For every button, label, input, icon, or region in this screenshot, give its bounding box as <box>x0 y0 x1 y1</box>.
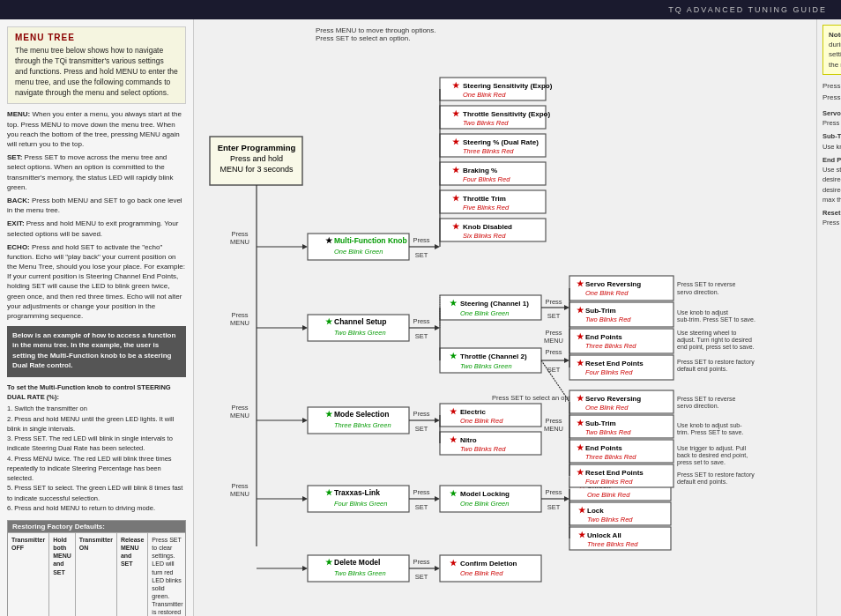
svg-text:Four Blinks Red: Four Blinks Red <box>585 368 633 376</box>
menu-tree-intro: The menu tree below shows how to navigat… <box>15 46 178 98</box>
top-note-left-2: Press SET to select an option. <box>316 34 436 42</box>
menu-def-echo: ECHO: Press and hold SET to activate the… <box>7 242 186 322</box>
restore-cell-on: Transmitter ON <box>76 533 117 616</box>
step-6: 6. Press and hold MENU to return to driv… <box>7 503 186 513</box>
svg-text:Four Blinks Red: Four Blinks Red <box>585 478 633 486</box>
restore-section: Restoring Factory Defaults: Transmitter … <box>7 520 186 616</box>
svg-text:servo direction.: servo direction. <box>677 289 719 295</box>
svg-text:SET: SET <box>415 332 428 340</box>
svg-text:Press: Press <box>545 329 562 337</box>
svg-text:One Blink Red: One Blink Red <box>585 289 629 297</box>
svg-text:★: ★ <box>577 419 584 427</box>
svg-text:One Blink Red: One Blink Red <box>463 91 506 99</box>
svg-text:★: ★ <box>452 81 460 90</box>
menu-def-exit: EXIT: Press and hold MENU to exit progra… <box>7 219 186 238</box>
svg-text:★: ★ <box>577 394 584 403</box>
diagram-svg: Enter Programming Press and hold MENU fo… <box>201 44 809 608</box>
step-3: 3. Press SET. The red LED will blink in … <box>7 434 186 454</box>
svg-text:Steering % (Dual Rate): Steering % (Dual Rate) <box>463 138 539 146</box>
svg-text:One Blink Green: One Blink Green <box>334 248 383 256</box>
svg-text:★: ★ <box>450 435 458 444</box>
svg-text:MENU: MENU <box>230 412 249 419</box>
svg-text:Press: Press <box>231 311 248 319</box>
svg-text:adjust. Turn right to desired: adjust. Turn right to desired <box>677 337 752 344</box>
svg-text:Five Blinks Red: Five Blinks Red <box>463 204 510 212</box>
svg-marker-105 <box>302 418 308 423</box>
svg-marker-166 <box>435 566 440 571</box>
steps-title: To set the Multi-Function knob to contro… <box>7 382 186 403</box>
svg-text:Delete Model: Delete Model <box>334 558 380 567</box>
svg-text:Sub-Trim: Sub-Trim <box>585 307 616 315</box>
svg-text:★: ★ <box>452 166 460 174</box>
svg-text:Steering Sensitivity (Expo): Steering Sensitivity (Expo) <box>463 82 553 90</box>
step-2: 2. Press and hold MENU until the green L… <box>7 414 186 434</box>
svg-text:Braking %: Braking % <box>463 167 497 174</box>
svg-text:★: ★ <box>450 407 458 416</box>
diagram-panel: Press MENU to move through options. Pres… <box>194 19 816 616</box>
svg-text:Two Blinks Green: Two Blinks Green <box>334 569 386 577</box>
svg-text:★: ★ <box>450 352 458 360</box>
svg-text:Two Blinks Red: Two Blinks Red <box>460 445 506 453</box>
svg-marker-143 <box>564 496 569 501</box>
svg-text:One Blink Red: One Blink Red <box>460 569 503 577</box>
svg-text:Reset End Points: Reset End Points <box>585 469 644 477</box>
svg-text:★: ★ <box>450 489 458 498</box>
menu-def-menu: MENU: When you enter a menu, you always … <box>7 109 186 149</box>
svg-text:Nitro: Nitro <box>460 436 477 444</box>
svg-text:Press: Press <box>545 417 562 425</box>
svg-text:Press: Press <box>231 404 248 412</box>
svg-text:Confirm Deletion: Confirm Deletion <box>460 560 517 568</box>
svg-text:Press SET to reverse: Press SET to reverse <box>677 281 736 287</box>
top-note-left-1: Press MENU to move through options. <box>316 26 436 34</box>
svg-marker-73 <box>564 358 569 363</box>
svg-text:Servo Reversing: Servo Reversing <box>585 395 641 403</box>
step-1: 1. Switch the transmitter on <box>7 404 186 413</box>
svg-text:★: ★ <box>450 299 458 308</box>
svg-text:SET: SET <box>415 425 428 433</box>
svg-text:★: ★ <box>577 468 584 477</box>
svg-text:Use knob to adjust sub-: Use knob to adjust sub- <box>677 422 742 429</box>
svg-text:Lock: Lock <box>587 507 604 515</box>
svg-text:Three Blinks Red: Three Blinks Red <box>585 453 636 461</box>
svg-text:Steering (Channel 1): Steering (Channel 1) <box>460 300 529 308</box>
svg-text:Throttle (Channel 2): Throttle (Channel 2) <box>460 353 527 360</box>
svg-text:MENU: MENU <box>544 337 563 345</box>
note-box: Note: Note: The transmitter is "live" du… <box>822 25 841 75</box>
svg-text:Two Blinks Red: Two Blinks Red <box>585 428 631 436</box>
restore-grid: Transmitter OFF Hold both MENU and SET T… <box>8 532 185 616</box>
step-5: 5. Press SET to select. The green LED wi… <box>7 483 186 503</box>
svg-text:SET: SET <box>547 312 561 320</box>
left-panel: MENU TREE The menu tree below shows how … <box>0 19 194 616</box>
svg-text:Enter Programming: Enter Programming <box>218 143 296 152</box>
steps-section: To set the Multi-Function knob to contro… <box>7 382 186 513</box>
svg-text:Press: Press <box>231 230 248 238</box>
header: TQ ADVANCED TUNING GUIDE <box>0 0 841 19</box>
svg-text:Press SET to restore factory: Press SET to restore factory <box>677 471 755 479</box>
svg-text:★: ★ <box>578 506 586 515</box>
svg-text:Two Blinks Red: Two Blinks Red <box>585 315 631 323</box>
svg-text:★: ★ <box>325 488 333 497</box>
svg-text:One Blink Green: One Blink Green <box>460 500 509 508</box>
svg-text:Knob Disabled: Knob Disabled <box>463 223 512 231</box>
top-note-left: Press MENU to move through options. Pres… <box>316 26 436 42</box>
svg-text:Throttle Sensitivity (Expo): Throttle Sensitivity (Expo) <box>463 110 550 118</box>
svg-text:★: ★ <box>577 279 584 288</box>
svg-text:Press and hold: Press and hold <box>230 154 283 163</box>
svg-text:Press: Press <box>413 236 429 244</box>
svg-text:Electric: Electric <box>460 408 486 416</box>
svg-text:Multi-Function Knob: Multi-Function Knob <box>334 236 407 245</box>
menu-def-back: BACK: Press both MENU and SET to go back… <box>7 196 186 215</box>
restore-cell-hold: Hold both MENU and SET <box>49 533 76 616</box>
step-4: 4. Press MENU twice. The red LED will bl… <box>7 454 186 484</box>
example-title: Below is an example of how to access a f… <box>12 330 181 370</box>
svg-marker-14 <box>435 244 440 249</box>
svg-text:Press: Press <box>413 317 429 325</box>
svg-text:Two Blinks Green: Two Blinks Green <box>460 362 512 370</box>
svg-text:Use knob to adjust: Use knob to adjust <box>677 309 728 316</box>
svg-marker-160 <box>302 566 308 571</box>
svg-marker-135 <box>435 496 440 501</box>
svg-text:Three Blinks Red: Three Blinks Red <box>585 342 636 350</box>
restore-cell-press: Press SET to clear settings. LED will tu… <box>148 533 186 616</box>
svg-text:★: ★ <box>452 109 460 118</box>
svg-text:One Blink Green: One Blink Green <box>460 309 509 317</box>
